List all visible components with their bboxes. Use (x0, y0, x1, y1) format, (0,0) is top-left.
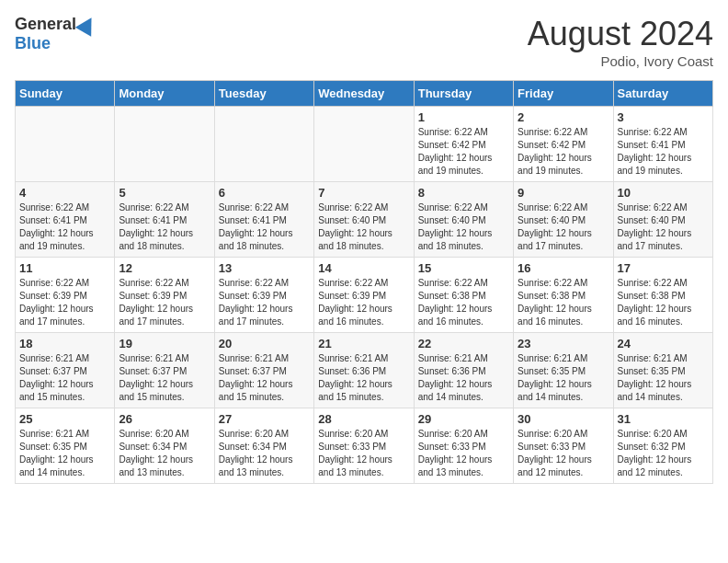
day-info: Sunrise: 6:22 AM Sunset: 6:41 PM Dayligh… (19, 201, 110, 253)
calendar-day-cell: 2Sunrise: 6:22 AM Sunset: 6:42 PM Daylig… (514, 107, 613, 182)
day-number: 28 (318, 412, 409, 426)
day-number: 16 (518, 261, 609, 275)
calendar-day-cell (214, 107, 313, 182)
calendar-day-header: Wednesday (314, 81, 414, 107)
calendar-day-header: Tuesday (214, 81, 313, 107)
day-number: 15 (418, 261, 509, 275)
day-info: Sunrise: 6:22 AM Sunset: 6:42 PM Dayligh… (518, 126, 609, 178)
day-number: 10 (618, 186, 709, 200)
calendar-day-cell: 5Sunrise: 6:22 AM Sunset: 6:41 PM Daylig… (115, 182, 214, 258)
calendar-day-header: Friday (514, 81, 613, 107)
logo-blue-text: Blue (15, 34, 51, 53)
calendar-day-cell (115, 107, 214, 182)
calendar-day-cell (314, 107, 414, 182)
calendar-day-cell: 20Sunrise: 6:21 AM Sunset: 6:37 PM Dayli… (214, 333, 313, 408)
day-info: Sunrise: 6:21 AM Sunset: 6:37 PM Dayligh… (219, 352, 310, 404)
day-number: 21 (318, 337, 409, 350)
calendar-day-cell: 3Sunrise: 6:22 AM Sunset: 6:41 PM Daylig… (613, 107, 712, 182)
day-info: Sunrise: 6:20 AM Sunset: 6:33 PM Dayligh… (518, 428, 609, 479)
calendar-day-cell: 14Sunrise: 6:22 AM Sunset: 6:39 PM Dayli… (314, 258, 414, 333)
logo-general-text: General (15, 15, 76, 34)
calendar-day-header: Monday (115, 81, 214, 107)
calendar-day-cell: 25Sunrise: 6:21 AM Sunset: 6:35 PM Dayli… (16, 408, 115, 484)
day-info: Sunrise: 6:22 AM Sunset: 6:38 PM Dayligh… (418, 277, 509, 328)
calendar-day-header: Sunday (16, 81, 115, 107)
day-number: 25 (19, 412, 110, 426)
day-number: 6 (219, 186, 310, 200)
day-info: Sunrise: 6:22 AM Sunset: 6:38 PM Dayligh… (618, 277, 709, 328)
calendar-day-header: Saturday (613, 81, 712, 107)
day-number: 31 (618, 412, 709, 426)
calendar-day-cell (16, 107, 115, 182)
calendar-day-cell: 19Sunrise: 6:21 AM Sunset: 6:37 PM Dayli… (115, 333, 214, 408)
day-number: 18 (19, 337, 110, 350)
title-block: August 2024 Podio, Ivory Coast (528, 15, 713, 69)
calendar-table: SundayMondayTuesdayWednesdayThursdayFrid… (15, 80, 713, 484)
location-text: Podio, Ivory Coast (528, 53, 713, 69)
day-number: 30 (518, 412, 609, 426)
day-number: 17 (618, 261, 709, 275)
calendar-day-cell: 16Sunrise: 6:22 AM Sunset: 6:38 PM Dayli… (514, 258, 613, 333)
logo-triangle-icon (75, 13, 99, 37)
calendar-week-row: 1Sunrise: 6:22 AM Sunset: 6:42 PM Daylig… (16, 107, 713, 182)
day-info: Sunrise: 6:22 AM Sunset: 6:39 PM Dayligh… (219, 277, 310, 328)
day-info: Sunrise: 6:22 AM Sunset: 6:41 PM Dayligh… (119, 201, 210, 253)
day-number: 23 (518, 337, 609, 350)
calendar-day-cell: 26Sunrise: 6:20 AM Sunset: 6:34 PM Dayli… (115, 408, 214, 484)
day-number: 29 (418, 412, 509, 426)
calendar-day-cell: 6Sunrise: 6:22 AM Sunset: 6:41 PM Daylig… (214, 182, 313, 258)
calendar-day-cell: 21Sunrise: 6:21 AM Sunset: 6:36 PM Dayli… (314, 333, 414, 408)
day-number: 24 (618, 337, 709, 350)
day-info: Sunrise: 6:20 AM Sunset: 6:33 PM Dayligh… (418, 428, 509, 479)
page-header: General Blue August 2024 Podio, Ivory Co… (15, 15, 713, 69)
day-number: 27 (219, 412, 310, 426)
day-info: Sunrise: 6:22 AM Sunset: 6:38 PM Dayligh… (518, 277, 609, 328)
day-number: 2 (518, 110, 609, 124)
calendar-day-cell: 12Sunrise: 6:22 AM Sunset: 6:39 PM Dayli… (115, 258, 214, 333)
day-info: Sunrise: 6:22 AM Sunset: 6:40 PM Dayligh… (418, 201, 509, 253)
day-info: Sunrise: 6:22 AM Sunset: 6:39 PM Dayligh… (119, 277, 210, 328)
day-number: 13 (219, 261, 310, 275)
calendar-day-cell: 29Sunrise: 6:20 AM Sunset: 6:33 PM Dayli… (414, 408, 513, 484)
calendar-week-row: 4Sunrise: 6:22 AM Sunset: 6:41 PM Daylig… (16, 182, 713, 258)
day-info: Sunrise: 6:21 AM Sunset: 6:37 PM Dayligh… (119, 352, 210, 404)
day-info: Sunrise: 6:21 AM Sunset: 6:37 PM Dayligh… (19, 352, 110, 404)
day-number: 8 (418, 186, 509, 200)
day-info: Sunrise: 6:20 AM Sunset: 6:32 PM Dayligh… (618, 428, 709, 479)
day-info: Sunrise: 6:22 AM Sunset: 6:39 PM Dayligh… (19, 277, 110, 328)
calendar-day-cell: 18Sunrise: 6:21 AM Sunset: 6:37 PM Dayli… (16, 333, 115, 408)
calendar-day-cell: 27Sunrise: 6:20 AM Sunset: 6:34 PM Dayli… (214, 408, 313, 484)
day-number: 19 (119, 337, 210, 350)
day-number: 7 (318, 186, 409, 200)
logo: General Blue (15, 15, 97, 53)
calendar-day-cell: 4Sunrise: 6:22 AM Sunset: 6:41 PM Daylig… (16, 182, 115, 258)
calendar-week-row: 11Sunrise: 6:22 AM Sunset: 6:39 PM Dayli… (16, 258, 713, 333)
day-info: Sunrise: 6:22 AM Sunset: 6:40 PM Dayligh… (518, 201, 609, 253)
calendar-day-cell: 17Sunrise: 6:22 AM Sunset: 6:38 PM Dayli… (613, 258, 712, 333)
calendar-day-cell: 30Sunrise: 6:20 AM Sunset: 6:33 PM Dayli… (514, 408, 613, 484)
day-info: Sunrise: 6:20 AM Sunset: 6:34 PM Dayligh… (219, 428, 310, 479)
calendar-header-row: SundayMondayTuesdayWednesdayThursdayFrid… (16, 81, 713, 107)
day-number: 12 (119, 261, 210, 275)
day-number: 11 (19, 261, 110, 275)
day-info: Sunrise: 6:21 AM Sunset: 6:36 PM Dayligh… (318, 352, 409, 404)
day-info: Sunrise: 6:21 AM Sunset: 6:35 PM Dayligh… (618, 352, 709, 404)
calendar-week-row: 18Sunrise: 6:21 AM Sunset: 6:37 PM Dayli… (16, 333, 713, 408)
day-info: Sunrise: 6:21 AM Sunset: 6:36 PM Dayligh… (418, 352, 509, 404)
day-info: Sunrise: 6:21 AM Sunset: 6:35 PM Dayligh… (518, 352, 609, 404)
calendar-day-cell: 1Sunrise: 6:22 AM Sunset: 6:42 PM Daylig… (414, 107, 513, 182)
calendar-day-cell: 23Sunrise: 6:21 AM Sunset: 6:35 PM Dayli… (514, 333, 613, 408)
calendar-day-cell: 15Sunrise: 6:22 AM Sunset: 6:38 PM Dayli… (414, 258, 513, 333)
day-number: 20 (219, 337, 310, 350)
day-number: 14 (318, 261, 409, 275)
day-info: Sunrise: 6:20 AM Sunset: 6:33 PM Dayligh… (318, 428, 409, 479)
day-info: Sunrise: 6:22 AM Sunset: 6:41 PM Dayligh… (618, 126, 709, 178)
calendar-day-cell: 11Sunrise: 6:22 AM Sunset: 6:39 PM Dayli… (16, 258, 115, 333)
calendar-day-cell: 7Sunrise: 6:22 AM Sunset: 6:40 PM Daylig… (314, 182, 414, 258)
day-number: 9 (518, 186, 609, 200)
calendar-week-row: 25Sunrise: 6:21 AM Sunset: 6:35 PM Dayli… (16, 408, 713, 484)
day-number: 3 (618, 110, 709, 124)
calendar-day-cell: 13Sunrise: 6:22 AM Sunset: 6:39 PM Dayli… (214, 258, 313, 333)
day-number: 5 (119, 186, 210, 200)
calendar-day-cell: 22Sunrise: 6:21 AM Sunset: 6:36 PM Dayli… (414, 333, 513, 408)
